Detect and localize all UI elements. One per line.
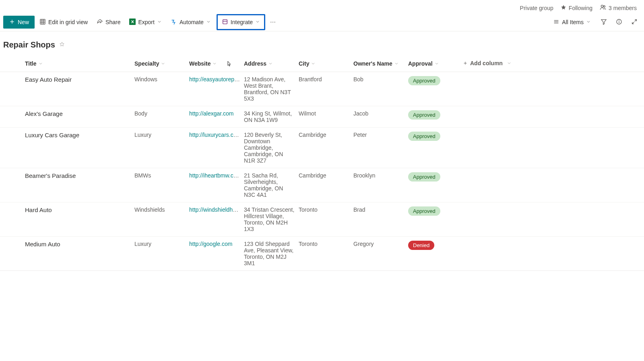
cell-website: http://easyautorepair.c... — [189, 72, 244, 87]
following-toggle[interactable]: Following — [561, 4, 592, 11]
cell-address: 12 Madison Ave, West Brant, Brantford, O… — [244, 72, 299, 106]
automate-label: Automate — [180, 19, 204, 25]
powerapps-icon — [222, 19, 228, 26]
col-specialty[interactable]: Specialty — [134, 60, 165, 67]
edit-grid-label: Edit in grid view — [48, 19, 88, 25]
chevron-down-icon — [206, 19, 211, 25]
approval-badge: Approved — [408, 172, 440, 182]
edit-grid-button[interactable]: Edit in grid view — [35, 16, 92, 29]
svg-rect-4 — [40, 19, 45, 24]
cell-title: Easy Auto Repair — [25, 72, 134, 87]
col-address[interactable]: Address — [244, 60, 273, 67]
info-button[interactable] — [613, 16, 625, 29]
table-row[interactable]: Luxury Cars Garage Luxury http://luxuryc… — [0, 128, 644, 168]
cell-specialty: Body — [134, 106, 189, 121]
cell-owner: Brad — [353, 202, 408, 217]
cell-city: Cambridge — [299, 128, 353, 142]
add-column-button[interactable]: Add column — [463, 60, 512, 66]
approval-badge: Approved — [408, 110, 440, 120]
approval-badge: Approved — [408, 206, 440, 216]
export-label: Export — [138, 19, 154, 25]
share-label: Share — [105, 19, 120, 25]
people-icon — [600, 4, 606, 12]
cell-approval: Approved — [408, 202, 463, 220]
col-title[interactable]: Title — [25, 60, 43, 67]
svg-point-18 — [619, 21, 619, 21]
cell-owner: Peter — [353, 128, 408, 142]
cell-approval: Approved — [408, 168, 463, 186]
table-header-row: Title Specialty Website Address City Own… — [0, 55, 644, 72]
cell-address: 34 King St, Wilmot, ON N3A 1W9 — [244, 106, 299, 127]
table-row[interactable]: Alex's Garage Body http://alexgar.com 34… — [0, 106, 644, 128]
table-row[interactable]: Medium Auto Luxury http://google.com 123… — [0, 237, 644, 271]
share-button[interactable]: Share — [93, 16, 124, 29]
cell-title: Luxury Cars Garage — [25, 128, 134, 142]
view-selector[interactable]: All Items — [549, 16, 595, 29]
filter-icon — [601, 19, 607, 26]
chevron-down-icon — [157, 19, 162, 25]
cell-city: Brantford — [299, 72, 353, 87]
col-website[interactable]: Website — [189, 60, 217, 67]
group-type-label: Private group — [520, 5, 553, 11]
approval-badge: Approved — [408, 76, 440, 85]
website-link[interactable]: http://luxurycars.com — [189, 132, 241, 138]
cell-city: Cambridge — [299, 168, 353, 183]
cell-approval: Denied — [408, 237, 463, 254]
table-row[interactable]: Hard Auto Windshields http://windshieldh… — [0, 202, 644, 237]
cell-owner: Jacob — [353, 106, 408, 121]
cell-specialty: Windows — [134, 72, 189, 87]
cell-city: Toronto — [299, 237, 353, 251]
automate-button[interactable]: Automate — [167, 16, 215, 29]
new-button[interactable]: New — [3, 16, 35, 29]
list-icon — [553, 19, 559, 26]
col-city[interactable]: City — [299, 60, 316, 67]
col-owner[interactable]: Owner's Name — [353, 60, 399, 67]
col-approval[interactable]: Approval — [408, 60, 439, 67]
export-button[interactable]: Export — [125, 16, 165, 29]
excel-icon — [129, 19, 136, 26]
chevron-down-icon — [586, 19, 591, 25]
approval-badge: Denied — [408, 241, 434, 250]
plus-icon — [9, 19, 15, 26]
list-title: Repair Shops — [3, 40, 55, 50]
expand-icon — [631, 19, 638, 26]
view-name-label: All Items — [562, 19, 584, 25]
cell-city: Toronto — [299, 202, 353, 217]
more-commands-button[interactable]: ⋯ — [267, 19, 279, 25]
site-meta-row: Private group Following 3 members — [0, 0, 644, 13]
website-link[interactable]: http://windshieldharda... — [189, 206, 244, 213]
website-link[interactable]: http://google.com — [189, 241, 232, 247]
cell-specialty: Luxury — [134, 237, 189, 251]
grid-icon — [39, 19, 46, 26]
expand-button[interactable] — [628, 16, 641, 29]
cell-title: Hard Auto — [25, 202, 134, 217]
favorite-button[interactable] — [59, 41, 65, 48]
cell-city: Wilmot — [299, 106, 353, 121]
filter-button[interactable] — [597, 16, 610, 29]
cell-specialty: BMWs — [134, 168, 189, 183]
cell-website: http://windshieldharda... — [189, 202, 244, 217]
approval-badge: Approved — [408, 132, 440, 141]
flow-icon — [171, 19, 177, 26]
cell-owner: Bob — [353, 72, 408, 87]
website-link[interactable]: http://easyautorepair.c... — [189, 76, 244, 83]
cell-address: 120 Beverly St, Downtown Cambridge, Camb… — [244, 128, 299, 168]
integrate-button[interactable]: Integrate — [217, 14, 265, 30]
website-link[interactable]: http://alexgar.com — [189, 110, 234, 117]
info-icon — [616, 19, 622, 26]
star-icon — [561, 4, 566, 11]
svg-point-0 — [601, 5, 603, 7]
cell-owner: Gregory — [353, 237, 408, 251]
table-row[interactable]: Beamer's Paradise BMWs http://iheartbmw.… — [0, 168, 644, 202]
svg-marker-15 — [601, 19, 606, 24]
cell-approval: Approved — [408, 72, 463, 89]
cell-website: http://luxurycars.com — [189, 128, 244, 142]
cell-address: 123 Old Sheppard Ave, Pleasant View, Tor… — [244, 237, 299, 270]
cell-approval: Approved — [408, 128, 463, 145]
table-row[interactable]: Easy Auto Repair Windows http://easyauto… — [0, 72, 644, 106]
cell-website: http://alexgar.com — [189, 106, 244, 121]
cell-title: Beamer's Paradise — [25, 168, 134, 183]
website-link[interactable]: http://iheartbmw.com — [189, 172, 241, 179]
members-link[interactable]: 3 members — [600, 4, 637, 12]
cell-title: Alex's Garage — [25, 106, 134, 121]
